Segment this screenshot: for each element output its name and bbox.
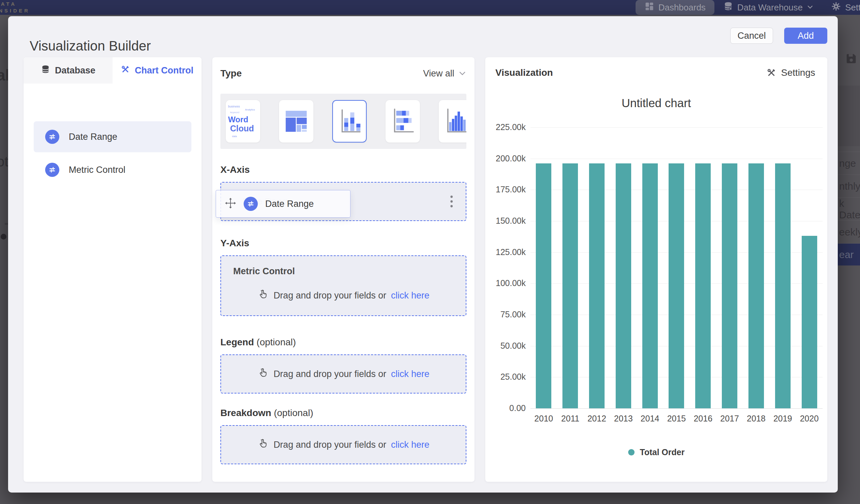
field-item-date-range[interactable]: Date Range: [34, 121, 191, 152]
x-axis-labels: 2010201120122013201420152016201720182019…: [530, 414, 822, 423]
treemap-thumbnail-icon: [284, 106, 309, 137]
nav-label: Settings: [845, 2, 860, 13]
save-icon: [845, 53, 857, 65]
bg-dropdown-row-fragment: ear: [837, 243, 860, 265]
legend-section-label: Legend (optional): [220, 337, 296, 348]
tab-database[interactable]: Database: [24, 57, 113, 84]
x-axis-tick: 2017: [716, 414, 743, 423]
x-axis-tick: 2010: [530, 414, 557, 423]
bg-right-list: ngenthlyk Dateeeklyear: [837, 152, 860, 265]
fields-panel: Database Chart Control Date Range Metric…: [24, 57, 202, 482]
bar: [775, 163, 791, 408]
svg-text:data: data: [232, 135, 237, 138]
bar: [669, 163, 684, 408]
breakdown-label-text: Breakdown: [220, 408, 271, 418]
x-axis-label: X-Axis: [220, 164, 250, 175]
y-axis-tick: 0.00: [489, 403, 526, 413]
fields-tabs: Database Chart Control: [24, 57, 202, 84]
view-all-label: View all: [423, 68, 454, 79]
x-axis-tick: 2015: [663, 414, 690, 423]
chart-type-treemap[interactable]: [279, 100, 313, 143]
nav-label: Data Warehouse: [737, 2, 803, 13]
view-all-dropdown[interactable]: View all: [423, 68, 467, 79]
database-icon: [723, 1, 733, 14]
bg-bullet-fragment: [1, 234, 6, 240]
chart-title: Untitled chart: [485, 96, 827, 110]
top-navbar: DATA INSIDER Dashboards Data Warehouse: [0, 0, 860, 15]
stacked-column-thumbnail-icon: [337, 106, 362, 137]
type-section-header: Type View all: [220, 68, 467, 79]
cancel-button[interactable]: Cancel: [730, 28, 773, 44]
tools-icon: [121, 65, 130, 76]
visualization-header: Visualization Settings: [496, 67, 815, 78]
logo-line-2: INSIDER: [0, 8, 30, 14]
control-badge-icon: [45, 163, 59, 177]
chart-type-word-cloud[interactable]: business Analytics keyword Word Cloud da…: [226, 100, 260, 143]
gear-icon: [831, 1, 841, 14]
bar: [722, 163, 737, 408]
tab-label: Database: [55, 66, 95, 76]
y-axis-tick: 150.00k: [489, 216, 526, 226]
nav-item-dashboards[interactable]: Dashboards: [635, 0, 714, 15]
bg-dropdown-row-fragment: eekly: [837, 220, 860, 243]
chart-type-stacked-bar[interactable]: [386, 100, 420, 143]
chart-plot-area: [530, 127, 822, 408]
dashboards-icon: [644, 1, 655, 14]
chart-settings-button[interactable]: Settings: [766, 67, 815, 78]
click-here-link[interactable]: click here: [391, 369, 429, 379]
nav-item-settings[interactable]: Settings: [822, 0, 860, 15]
x-axis-tick: 2020: [796, 414, 822, 423]
gridline: [530, 408, 822, 409]
nav-item-data-warehouse[interactable]: Data Warehouse: [714, 0, 822, 15]
svg-text:Word: Word: [228, 115, 248, 124]
legend-dot: [628, 449, 634, 456]
bar: [642, 163, 658, 408]
chart-type-column[interactable]: [439, 100, 467, 143]
settings-label: Settings: [781, 67, 815, 78]
bg-dropdown-row-fragment: nthly: [837, 174, 860, 198]
kebab-menu-icon[interactable]: [445, 193, 458, 210]
legend-dropzone[interactable]: Drag and drop your fields or click here: [220, 355, 467, 393]
type-label: Type: [220, 68, 242, 79]
x-axis-tick: 2014: [636, 414, 663, 423]
chip-label: Date Range: [265, 199, 314, 209]
control-badge-icon: [244, 197, 258, 211]
click-here-link[interactable]: click here: [391, 440, 429, 450]
nav-items: Dashboards Data Warehouse Settings: [635, 0, 860, 15]
bar: [695, 163, 711, 408]
visualization-builder-modal: Visualization Builder Cancel Add Databas…: [8, 16, 838, 492]
modal-title: Visualization Builder: [30, 39, 150, 54]
bar: [536, 163, 551, 408]
bar: [802, 236, 817, 408]
hand-click-icon: [257, 438, 269, 452]
y-axis-tick: 225.00k: [489, 122, 526, 132]
y-axis-label: Y-Axis: [220, 238, 249, 249]
visualization-label: Visualization: [496, 67, 553, 78]
chart-legend: Total Order: [485, 447, 827, 457]
visualization-panel: Visualization Settings Untitled chart 22…: [485, 57, 827, 482]
bg-band: [837, 86, 860, 146]
svg-text:keyword: keyword: [230, 111, 239, 114]
tools-icon: [766, 68, 776, 78]
breakdown-dropzone[interactable]: Drag and drop your fields or click here: [220, 425, 467, 464]
dragged-field-chip[interactable]: Date Range: [216, 190, 350, 218]
nav-label: Dashboards: [658, 2, 706, 13]
svg-text:Analytics: Analytics: [245, 108, 255, 111]
bar: [748, 163, 764, 408]
click-here-link[interactable]: click here: [391, 290, 429, 301]
field-item-metric-control[interactable]: Metric Control: [34, 154, 191, 185]
add-button[interactable]: Add: [784, 28, 827, 44]
chart-type-stacked-column[interactable]: [332, 100, 367, 143]
tab-chart-control[interactable]: Chart Control: [113, 57, 202, 84]
bar: [616, 163, 631, 408]
field-label: Metric Control: [69, 165, 125, 175]
breakdown-section-label: Breakdown (optional): [220, 408, 313, 418]
move-icon[interactable]: [225, 198, 236, 210]
logo-line-1: DATA: [0, 1, 30, 8]
x-axis-tick: 2013: [610, 414, 636, 423]
y-axis-dropzone[interactable]: Metric Control Drag and drop your fields…: [220, 255, 467, 316]
y-axis-tick: 175.00k: [489, 185, 526, 195]
svg-text:Cloud: Cloud: [230, 124, 254, 133]
column-thumbnail-icon: [444, 106, 467, 137]
x-axis-tick: 2019: [769, 414, 796, 423]
